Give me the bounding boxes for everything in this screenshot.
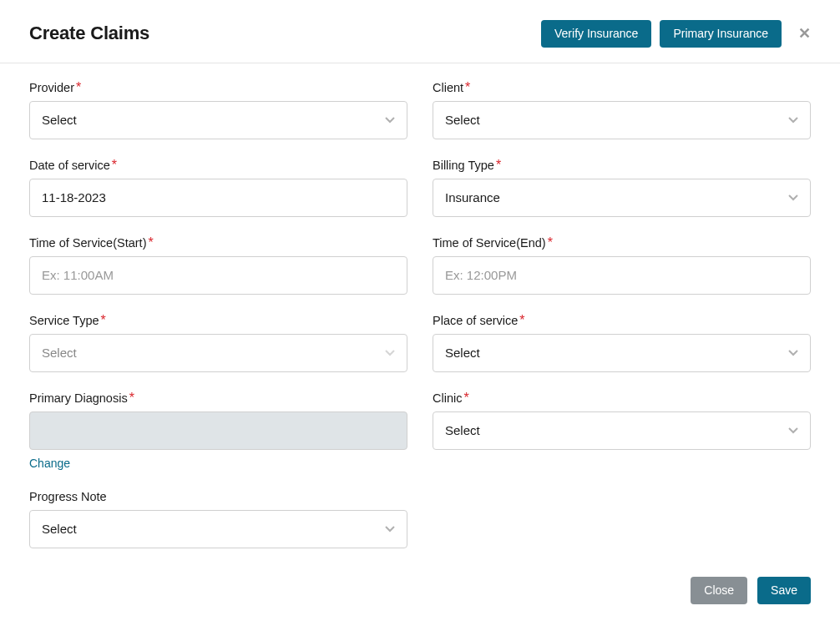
primary-diagnosis-input xyxy=(29,411,407,450)
client-group: Client* Select xyxy=(433,80,811,139)
chevron-down-icon xyxy=(385,526,395,533)
required-marker: * xyxy=(548,235,553,250)
billing-type-select[interactable]: Insurance xyxy=(433,179,811,217)
close-icon[interactable]: ✕ xyxy=(790,24,811,43)
close-button[interactable]: Close xyxy=(691,577,747,604)
place-of-service-group: Place of service* Select xyxy=(433,313,811,372)
billing-type-value: Insurance xyxy=(445,190,500,204)
progress-note-group: Progress Note Select xyxy=(29,489,407,548)
client-select[interactable]: Select xyxy=(433,101,811,139)
modal-header: Create Claims Verify Insurance Primary I… xyxy=(0,0,840,63)
progress-note-value: Select xyxy=(42,522,77,536)
form-body: Provider* Select Client* Select Date of … xyxy=(0,63,840,567)
required-marker: * xyxy=(463,391,468,405)
client-label: Client xyxy=(433,81,463,94)
date-of-service-group: Date of service* xyxy=(29,158,407,217)
required-marker: * xyxy=(465,80,470,94)
modal-title: Create Claims xyxy=(29,23,149,44)
chevron-down-icon xyxy=(385,117,395,124)
primary-diagnosis-label: Primary Diagnosis xyxy=(29,391,128,405)
time-end-input-wrapper xyxy=(433,256,811,295)
time-end-label: Time of Service(End) xyxy=(433,236,546,250)
required-marker: * xyxy=(112,158,117,172)
chevron-down-icon xyxy=(788,350,798,356)
client-value: Select xyxy=(445,113,480,127)
required-marker: * xyxy=(519,313,524,327)
time-start-label: Time of Service(Start) xyxy=(29,236,146,250)
provider-group: Provider* Select xyxy=(29,80,407,139)
place-of-service-select[interactable]: Select xyxy=(433,334,811,372)
primary-diagnosis-group: Primary Diagnosis* Change xyxy=(29,391,407,471)
service-type-value: Select xyxy=(42,346,77,360)
place-of-service-label: Place of service xyxy=(433,314,518,327)
time-start-input[interactable] xyxy=(42,268,395,282)
progress-note-label: Progress Note xyxy=(29,490,107,503)
provider-select[interactable]: Select xyxy=(29,101,407,139)
required-marker: * xyxy=(148,235,153,250)
required-marker: * xyxy=(101,313,106,327)
header-actions: Verify Insurance Primary Insurance ✕ xyxy=(541,20,811,48)
required-marker: * xyxy=(496,158,501,172)
date-of-service-label: Date of service xyxy=(29,159,110,172)
billing-type-label: Billing Type xyxy=(433,159,494,172)
service-type-group: Service Type* Select xyxy=(29,313,407,372)
chevron-down-icon xyxy=(788,427,798,434)
date-of-service-input-wrapper xyxy=(29,179,407,217)
time-start-input-wrapper xyxy=(29,256,407,295)
place-of-service-value: Select xyxy=(445,346,480,360)
clinic-select[interactable]: Select xyxy=(433,411,811,450)
service-type-select[interactable]: Select xyxy=(29,334,407,372)
billing-type-group: Billing Type* Insurance xyxy=(433,158,811,217)
save-button[interactable]: Save xyxy=(757,577,811,604)
date-of-service-input[interactable] xyxy=(42,190,395,204)
provider-value: Select xyxy=(42,113,77,127)
chevron-down-icon xyxy=(788,117,798,124)
required-marker: * xyxy=(129,391,134,405)
time-end-input[interactable] xyxy=(445,268,798,282)
change-diagnosis-link[interactable]: Change xyxy=(29,457,70,470)
required-marker: * xyxy=(76,80,81,94)
service-type-label: Service Type xyxy=(29,314,99,327)
clinic-value: Select xyxy=(445,423,480,437)
clinic-label: Clinic xyxy=(433,391,462,405)
modal-footer: Close Save xyxy=(0,567,840,626)
verify-insurance-button[interactable]: Verify Insurance xyxy=(541,20,651,48)
chevron-down-icon xyxy=(788,194,798,201)
clinic-group: Clinic* Select xyxy=(433,391,811,471)
time-start-group: Time of Service(Start)* xyxy=(29,235,407,295)
progress-note-select[interactable]: Select xyxy=(29,510,407,548)
chevron-down-icon xyxy=(385,350,395,356)
provider-label: Provider xyxy=(29,81,74,94)
time-end-group: Time of Service(End)* xyxy=(433,235,811,295)
primary-insurance-button[interactable]: Primary Insurance xyxy=(660,20,782,48)
